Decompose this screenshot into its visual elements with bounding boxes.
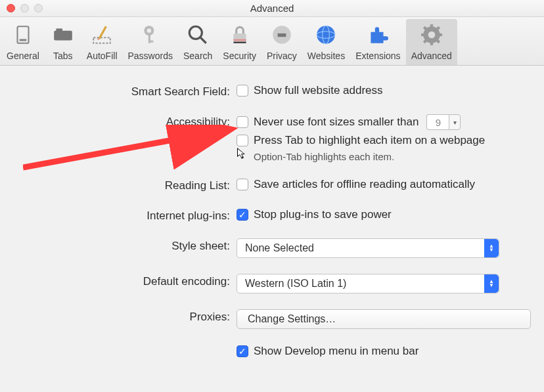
svg-point-18	[317, 26, 336, 44]
websites-icon	[313, 22, 339, 48]
tabs-icon	[50, 22, 76, 48]
minimize-window-button[interactable]	[20, 4, 29, 12]
row-accessibility: Accessibility: Never use font sizes smal…	[13, 114, 531, 162]
svg-rect-14	[233, 39, 246, 41]
autofill-icon	[89, 22, 115, 48]
press-tab-checkbox[interactable]	[237, 135, 248, 146]
toolbar-label: Search	[183, 51, 212, 61]
svg-line-12	[200, 37, 206, 43]
chevron-updown-icon: ▲▼	[484, 239, 499, 257]
toolbar-label: Tabs	[53, 51, 73, 61]
stop-plugins-option[interactable]: ✓ Stop plug-ins to save power	[237, 208, 531, 221]
min-font-checkbox[interactable]	[237, 116, 248, 128]
show-full-url-text: Show full website address	[254, 84, 383, 97]
encoding-label: Default encoding:	[13, 274, 237, 288]
preferences-toolbar: General Tabs AutoFill Passwords Search S…	[0, 17, 544, 66]
svg-point-8	[147, 28, 150, 32]
encoding-select[interactable]: Western (ISO Latin 1) ▲▼	[237, 274, 499, 294]
save-offline-text: Save articles for offline reading automa…	[254, 178, 475, 191]
toolbar-label: Advanced	[411, 51, 452, 61]
press-tab-option[interactable]: Press Tab to highlight each item on a we…	[237, 134, 531, 147]
svg-point-11	[189, 26, 202, 39]
toolbar-general[interactable]: General	[1, 19, 45, 65]
svg-line-28	[436, 39, 439, 42]
proxies-label: Proxies:	[13, 309, 237, 324]
toolbar-autofill[interactable]: AutoFill	[81, 19, 123, 65]
svg-line-27	[424, 27, 426, 30]
smart-search-label: Smart Search Field:	[13, 84, 237, 98]
min-font-stepper[interactable]: ▾	[449, 114, 461, 130]
change-proxy-settings-text: Change Settings…	[248, 313, 336, 325]
reading-list-label: Reading List:	[13, 178, 237, 192]
toolbar-label: Privacy	[267, 51, 297, 61]
titlebar: Advanced	[0, 0, 544, 17]
min-font-option[interactable]: Never use font sizes smaller than ▾	[237, 114, 531, 130]
passwords-icon	[137, 22, 164, 48]
svg-rect-17	[277, 33, 286, 37]
toolbar-privacy[interactable]: Privacy	[261, 19, 302, 65]
row-encoding: Default encoding: Western (ISO Latin 1) …	[13, 274, 531, 294]
plugins-label: Internet plug-ins:	[13, 208, 237, 223]
close-window-button[interactable]	[7, 4, 15, 12]
svg-rect-4	[93, 37, 110, 43]
svg-line-29	[424, 39, 426, 42]
show-develop-text: Show Develop menu in menu bar	[254, 345, 419, 358]
stylesheet-label: Style sheet:	[13, 238, 237, 253]
encoding-value: Western (ISO Latin 1)	[245, 278, 346, 290]
stop-plugins-checkbox[interactable]: ✓	[237, 209, 248, 221]
min-font-input[interactable]	[426, 114, 449, 130]
accessibility-label: Accessibility:	[13, 114, 237, 129]
show-develop-option[interactable]: ✓ Show Develop menu in menu bar	[237, 345, 531, 358]
svg-rect-1	[20, 39, 27, 41]
privacy-icon	[269, 22, 295, 48]
toolbar-security[interactable]: Security	[217, 19, 261, 65]
toolbar-extensions[interactable]: Extensions	[350, 19, 405, 65]
stylesheet-value: None Selected	[245, 242, 314, 254]
row-reading-list: Reading List: Save articles for offline …	[13, 178, 531, 192]
row-plugins: Internet plug-ins: ✓ Stop plug-ins to sa…	[13, 208, 531, 223]
zoom-window-button[interactable]	[34, 4, 43, 12]
general-icon	[10, 22, 36, 48]
toolbar-label: Security	[223, 51, 256, 61]
preferences-pane: Smart Search Field: Show full website ad…	[0, 66, 544, 392]
svg-rect-3	[56, 28, 62, 32]
change-proxy-settings-button[interactable]: Change Settings…	[237, 309, 531, 329]
toolbar-label: AutoFill	[87, 51, 118, 61]
toolbar-advanced[interactable]: Advanced	[406, 19, 457, 65]
press-tab-hint: Option-Tab highlights each item.	[254, 151, 531, 162]
svg-rect-10	[150, 41, 153, 43]
security-icon	[227, 22, 253, 48]
toolbar-tabs[interactable]: Tabs	[45, 19, 81, 65]
row-proxies: Proxies: Change Settings…	[13, 309, 531, 329]
min-font-text: Never use font sizes smaller than	[254, 116, 419, 129]
toolbar-label: Extensions	[355, 51, 400, 61]
save-offline-checkbox[interactable]	[237, 179, 248, 190]
svg-point-22	[428, 32, 435, 39]
svg-line-30	[436, 27, 439, 30]
row-smart-search: Smart Search Field: Show full website ad…	[13, 84, 531, 98]
press-tab-text: Press Tab to highlight each item on a we…	[254, 134, 485, 147]
svg-rect-15	[233, 42, 246, 43]
save-offline-option[interactable]: Save articles for offline reading automa…	[237, 178, 531, 191]
window-controls	[7, 4, 43, 12]
show-full-url-checkbox[interactable]	[237, 85, 248, 97]
toolbar-label: Websites	[307, 51, 345, 61]
row-develop: ✓ Show Develop menu in menu bar	[13, 345, 531, 358]
search-icon	[185, 22, 211, 48]
advanced-icon	[419, 22, 445, 48]
row-stylesheet: Style sheet: None Selected ▲▼	[13, 238, 531, 258]
toolbar-search[interactable]: Search	[178, 19, 217, 65]
show-develop-checkbox[interactable]: ✓	[237, 345, 248, 357]
stop-plugins-text: Stop plug-ins to save power	[254, 208, 392, 221]
show-full-url-option[interactable]: Show full website address	[237, 84, 531, 97]
toolbar-passwords[interactable]: Passwords	[123, 19, 178, 65]
toolbar-label: General	[7, 51, 39, 61]
window-title: Advanced	[0, 3, 544, 14]
extensions-icon	[365, 22, 391, 48]
stylesheet-select[interactable]: None Selected ▲▼	[237, 238, 499, 258]
toolbar-label: Passwords	[128, 51, 173, 61]
chevron-updown-icon: ▲▼	[484, 274, 499, 293]
svg-rect-2	[54, 31, 72, 41]
svg-rect-13	[233, 33, 246, 43]
toolbar-websites[interactable]: Websites	[302, 19, 350, 65]
